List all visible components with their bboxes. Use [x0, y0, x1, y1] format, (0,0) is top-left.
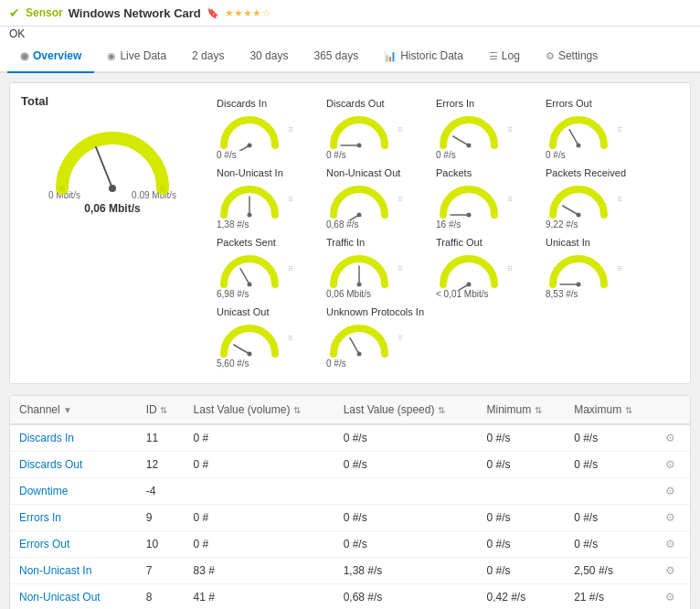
row-link-icon[interactable]: ⚙ [665, 591, 675, 604]
svg-point-29 [248, 352, 252, 357]
tab-historic-label: Historic Data [400, 49, 463, 62]
tab-live-data[interactable]: ◉ Live Data [94, 40, 179, 73]
row-link-icon[interactable]: ⚙ [665, 458, 675, 471]
svg-point-27 [577, 283, 581, 287]
gauge-label-12: Unicast Out [217, 306, 315, 317]
status-ok: OK [9, 27, 25, 40]
row-link-icon[interactable]: ⚙ [665, 564, 675, 577]
gauge-dots-12: ⠿ [288, 335, 293, 343]
table-panel: Channel ▼ ID ⇅ Last Value (volume) ⇅ Las… [9, 395, 691, 609]
cell-action[interactable]: ⚙ [656, 505, 690, 531]
gauge-dots-0: ⠿ [288, 126, 293, 134]
cell-action[interactable]: ⚙ [656, 452, 690, 478]
gauge-value-11: 8,53 #/s [546, 289, 644, 299]
svg-line-0 [96, 147, 112, 188]
small-gauge-8 [217, 250, 282, 288]
svg-point-1 [109, 185, 116, 192]
gauge-dots-8: ⠿ [288, 265, 293, 273]
live-icon: ◉ [107, 50, 116, 62]
table-row: Non-Unicast Out 8 41 # 0,68 #/s 0,42 #/s… [10, 584, 690, 610]
gauge-dots-3: ⠿ [617, 126, 622, 134]
cell-channel[interactable]: Errors In [10, 505, 137, 531]
col-min-label: Minimum [487, 403, 532, 416]
gauge-item-11: Unicast In ⠿ 8,53 #/s [542, 233, 652, 303]
small-gauge-0 [217, 111, 282, 149]
tab-log[interactable]: ☰ Log [476, 40, 533, 73]
gauge-value-1: 0 #/s [326, 150, 425, 160]
svg-point-5 [248, 144, 252, 148]
svg-line-20 [240, 269, 249, 284]
big-gauge-current: 0,06 Mbit/s [84, 202, 140, 215]
svg-point-17 [467, 213, 472, 218]
gauge-item-4: Non-Unicast In ⠿ 1,38 #/s [213, 164, 323, 233]
cell-last-spd: 0 #/s [334, 424, 478, 452]
table-header: Channel ▼ ID ⇅ Last Value (volume) ⇅ Las… [10, 396, 690, 424]
cell-channel[interactable]: Errors Out [10, 531, 137, 558]
cell-max: 0 #/s [565, 424, 656, 452]
gauge-label-3: Errors Out [546, 98, 644, 109]
tab-365days[interactable]: 365 days [301, 40, 371, 73]
log-icon: ☰ [489, 50, 498, 62]
col-channel[interactable]: Channel ▼ [10, 396, 137, 424]
gauge-dots-13: ⠿ [398, 335, 403, 343]
tab-settings[interactable]: ⚙ Settings [533, 40, 610, 73]
tab-overview[interactable]: ◉ Overview [7, 40, 94, 73]
cell-channel[interactable]: Discards Out [10, 452, 137, 478]
col-max[interactable]: Maximum ⇅ [565, 396, 656, 424]
settings-icon: ⚙ [546, 50, 555, 62]
cell-action[interactable]: ⚙ [656, 584, 690, 610]
cell-channel[interactable]: Non-Unicast In [10, 558, 137, 584]
tab-2days-label: 2 days [192, 49, 224, 62]
gauge-value-12: 5,60 #/s [217, 358, 315, 369]
gauge-dots-9: ⠿ [398, 265, 403, 273]
gauge-dots-1: ⠿ [398, 126, 403, 134]
col-last-spd[interactable]: Last Value (speed) ⇅ [334, 396, 478, 424]
cell-action[interactable]: ⚙ [656, 424, 690, 452]
tab-30days[interactable]: 30 days [237, 40, 301, 73]
cell-last-spd: 0 #/s [334, 505, 478, 531]
cell-min: 0 #/s [478, 558, 566, 584]
gauge-dots-4: ⠿ [288, 196, 293, 204]
gauge-dots-5: ⠿ [398, 196, 403, 204]
svg-point-25 [467, 283, 472, 287]
row-link-icon[interactable]: ⚙ [665, 485, 675, 497]
row-link-icon[interactable]: ⚙ [665, 432, 675, 444]
small-gauge-13 [326, 319, 392, 358]
svg-point-19 [577, 213, 581, 218]
cell-min [478, 478, 566, 505]
gauge-label-8: Packets Sent [217, 237, 315, 248]
big-gauge-container: 0 Mbit/s 0.09 Mbit/s 0,06 Mbit/s [21, 115, 204, 215]
gauge-value-13: 0 #/s [326, 358, 425, 369]
col-max-sort-icon: ⇅ [625, 405, 632, 415]
cell-max: 0 #/s [565, 452, 656, 478]
cell-action[interactable]: ⚙ [656, 478, 690, 505]
cell-channel[interactable]: Downtime [10, 478, 137, 505]
gauge-value-5: 0,68 #/s [326, 219, 425, 230]
col-id[interactable]: ID ⇅ [137, 396, 185, 424]
cell-action[interactable]: ⚙ [656, 558, 690, 584]
tab-historic-data[interactable]: 📊 Historic Data [371, 40, 476, 73]
svg-line-18 [563, 206, 578, 215]
row-link-icon[interactable]: ⚙ [665, 538, 675, 550]
col-id-label: ID [146, 403, 157, 416]
gauge-dots-6: ⠿ [507, 196, 513, 204]
gauge-label-11: Unicast In [546, 237, 644, 248]
small-gauge-12 [217, 319, 282, 358]
gauge-label-5: Non-Unicast Out [326, 167, 425, 178]
cell-last-vol: 0 # [185, 452, 334, 478]
cell-channel[interactable]: Non-Unicast Out [10, 584, 137, 610]
small-gauge-2 [436, 111, 502, 149]
tab-2days[interactable]: 2 days [179, 40, 237, 73]
gauge-item-6: Packets ⠿ 16 #/s [432, 164, 542, 233]
row-link-icon[interactable]: ⚙ [665, 511, 675, 524]
tab-log-label: Log [502, 49, 520, 62]
svg-point-31 [357, 352, 362, 357]
svg-point-9 [467, 144, 472, 148]
col-id-sort-icon: ⇅ [160, 405, 167, 415]
col-min[interactable]: Minimum ⇅ [478, 396, 566, 424]
gauge-label-13: Unknown Protocols In [326, 306, 425, 317]
col-last-vol[interactable]: Last Value (volume) ⇅ [185, 396, 334, 424]
cell-channel[interactable]: Discards In [10, 424, 137, 452]
cell-action[interactable]: ⚙ [656, 531, 690, 558]
svg-point-7 [357, 144, 362, 148]
